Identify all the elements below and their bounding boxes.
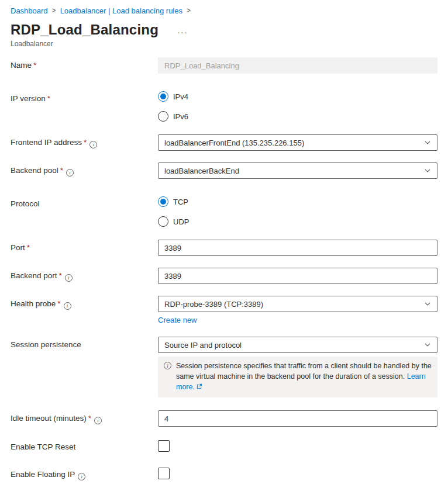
chevron-down-icon [424,167,431,174]
idle-timeout-input[interactable] [158,410,437,427]
radio-selected-icon [158,196,168,207]
frontend-ip-label: Frontend IP address*i [11,134,158,151]
ip-version-label: IP version* [11,91,158,122]
floating-ip-checkbox[interactable] [158,468,170,479]
health-probe-label: Health probe*i [11,296,158,325]
session-persistence-info-text: Session persistence specifies that traff… [176,361,432,393]
frontend-ip-dropdown[interactable]: loadBalancerFrontEnd (135.235.226.155) [158,134,437,151]
session-persistence-info-box: i Session persistence specifies that tra… [158,357,437,397]
info-icon[interactable]: i [64,302,71,310]
backend-port-label: Backend port*i [11,268,158,284]
info-icon[interactable]: i [94,417,102,424]
port-label: Port* [11,240,158,256]
required-marker: * [47,94,50,103]
radio-unselected-icon [158,216,168,227]
breadcrumb-separator: > [186,6,191,15]
name-input [158,57,437,74]
required-marker: * [60,166,63,175]
health-probe-row: Health probe*i RDP-probe-3389 (TCP:3389)… [11,296,437,325]
floating-ip-row: Enable Floating IPi [11,468,437,482]
required-marker: * [57,299,60,308]
breadcrumb-separator: > [51,6,57,15]
session-persistence-label: Session persistence [11,337,158,397]
protocol-udp-option[interactable]: UDP [158,216,437,227]
backend-port-input[interactable] [158,268,437,284]
protocol-row: Protocol TCP UDP [11,196,437,227]
backend-pool-value: loadBalancerBackEnd [164,167,239,175]
external-link-icon [196,382,202,393]
page-title: RDP_Load_Balancing [11,21,158,39]
session-persistence-row: Session persistence Source IP and protoc… [11,337,437,397]
required-marker: * [88,414,91,423]
protocol-label: Protocol [11,196,158,227]
chevron-down-icon [424,341,431,348]
breadcrumb-dashboard-link[interactable]: Dashboard [11,6,48,15]
tcp-reset-checkbox[interactable] [158,440,170,452]
chevron-down-icon [424,139,431,146]
port-row: Port* [11,240,437,256]
session-persistence-dropdown[interactable]: Source IP and protocol [158,337,437,353]
create-new-link[interactable]: Create new [158,316,197,324]
info-icon[interactable]: i [65,274,73,282]
radio-selected-icon [158,91,168,102]
chevron-down-icon [424,300,431,307]
required-marker: * [84,138,87,147]
idle-timeout-row: Idle timeout (minutes)*i [11,410,437,427]
more-options-button[interactable]: ... [177,26,188,33]
info-icon[interactable]: i [89,141,97,148]
page-header: RDP_Load_Balancing ... [11,21,437,39]
health-probe-value: RDP-probe-3389 (TCP:3389) [164,300,263,309]
info-icon[interactable]: i [66,169,74,177]
ipv6-option-label: IPv6 [173,112,188,121]
ip-version-ipv6-option[interactable]: IPv6 [158,110,437,122]
port-input[interactable] [158,240,437,256]
backend-pool-row: Backend pool*i loadBalancerBackEnd [11,162,437,179]
floating-ip-label: Enable Floating IPi [11,468,158,482]
backend-pool-dropdown[interactable]: loadBalancerBackEnd [158,162,437,179]
required-marker: * [59,271,62,280]
udp-option-label: UDP [173,217,189,226]
radio-unselected-icon [158,111,168,122]
tcp-option-label: TCP [173,198,188,206]
ipv4-option-label: IPv4 [173,92,188,101]
info-icon: i [164,362,171,369]
breadcrumb: Dashboard > Loadbalancer | Load balancin… [11,5,437,16]
health-probe-dropdown[interactable]: RDP-probe-3389 (TCP:3389) [158,296,437,312]
required-marker: * [33,61,36,70]
session-persistence-value: Source IP and protocol [164,341,242,350]
rule-form: Name* IP version* IPv4 IPv6 [11,57,437,498]
idle-timeout-label: Idle timeout (minutes)*i [11,410,158,427]
name-label: Name* [11,57,158,74]
backend-pool-label: Backend pool*i [11,162,158,179]
frontend-ip-row: Frontend IP address*i loadBalancerFrontE… [11,134,437,151]
page-subtitle: Loadbalancer [11,40,437,48]
breadcrumb-loadbalancer-link[interactable]: Loadbalancer | Load balancing rules [60,6,182,15]
ip-version-ipv4-option[interactable]: IPv4 [158,91,437,102]
info-icon[interactable]: i [78,473,85,480]
required-marker: * [27,243,30,252]
tcp-reset-label: Enable TCP Reset [11,440,158,454]
frontend-ip-value: loadBalancerFrontEnd (135.235.226.155) [164,139,304,147]
backend-port-row: Backend port*i [11,268,437,284]
protocol-tcp-option[interactable]: TCP [158,196,437,208]
load-balancing-rule-page: Dashboard > Loadbalancer | Load balancin… [0,0,448,498]
name-row: Name* [11,57,437,74]
ip-version-row: IP version* IPv4 IPv6 [11,91,437,122]
tcp-reset-row: Enable TCP Reset [11,440,437,454]
